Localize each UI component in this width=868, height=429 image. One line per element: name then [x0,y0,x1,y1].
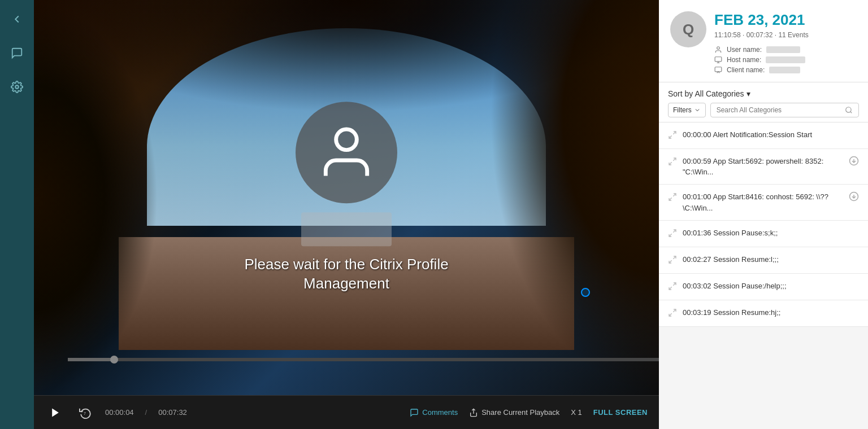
svg-text:7: 7 [84,411,86,415]
event-content-4: 00:02:27 Session Resume:l;;; [683,254,859,265]
client-name-value [769,67,800,73]
event-text-5: 00:03:02 Session Pause:/help;;; [683,282,787,290]
session-date: FEB 23, 2021 [714,11,857,29]
event-icon-5 [668,282,677,293]
total-time-display: 00:07:32 [158,408,187,417]
event-text-4: 00:02:27 Session Resume:l;;; [683,255,779,264]
settings-button[interactable] [7,77,27,97]
event-content-3: 00:01:36 Session Pause:s;k;; [683,227,859,238]
filters-button[interactable]: Filters [668,103,706,117]
event-item-4[interactable]: 00:02:27 Session Resume:l;;; [659,247,868,274]
filters-chevron-icon [694,107,701,113]
comment-button[interactable] [7,43,27,63]
svg-point-10 [846,107,851,112]
comments-label: Comments [422,408,458,417]
event-icon-6 [668,308,677,319]
filters-label: Filters [673,106,692,114]
host-icon [714,56,722,64]
svg-line-11 [850,112,852,113]
session-meta: 11:10:58 · 00:07:32 · 11 Events [714,31,857,39]
event-icon-2 [668,192,677,204]
share-button[interactable]: Share Current Playback [469,408,559,417]
sort-bar: Sort by All Categories ▾ Filters [659,82,868,122]
time-display: 00:00:04 [105,408,134,417]
progress-fill [68,358,115,361]
session-avatar: Q [670,11,706,47]
user-name-value [766,46,800,53]
svg-line-24 [673,256,676,259]
rewind-button[interactable]: 7 [77,404,94,421]
svg-line-14 [673,158,676,161]
user-icon [714,46,722,54]
video-area[interactable]: Please wait for the Citrix Profile Manag… [34,0,659,395]
event-item-2[interactable]: 00:01:00 App Start:8416: conhost: 5692: … [659,185,868,220]
svg-line-18 [673,194,676,196]
svg-marker-2 [52,408,59,417]
event-content-0: 00:00:00 Alert Notification:Session Star… [683,129,859,140]
svg-line-15 [669,162,672,165]
client-icon [714,66,722,74]
sort-dropdown[interactable]: Sort by All Categories ▾ [668,89,859,98]
video-controls: 7 00:00:04 / 00:07:32 Comments Share Cur… [34,395,659,429]
sort-chevron-icon: ▾ [747,89,750,98]
event-item-3[interactable]: 00:01:36 Session Pause:s;k;; [659,221,868,247]
event-text-1: 00:00:59 App Start:5692: powershell: 835… [683,157,823,176]
event-item[interactable]: 00:00:00 Alert Notification:Session Star… [659,122,868,149]
login-input-placeholder [301,212,392,246]
event-content-6: 00:03:19 Session Resume:hj;; [683,307,859,318]
comments-button[interactable]: Comments [410,408,458,417]
event-expand-2[interactable] [849,191,859,204]
event-text-2: 00:01:00 App Start:8416: conhost: 5692: … [683,192,828,212]
login-overlay: Please wait for the Citrix Profile Manag… [233,102,459,294]
svg-point-5 [717,47,720,50]
event-icon-3 [668,229,677,240]
play-button[interactable] [45,402,66,423]
speed-display: X 1 [571,408,582,417]
svg-line-28 [673,309,676,312]
video-background: Please wait for the Citrix Profile Manag… [34,0,659,395]
login-message: Please wait for the Citrix Profile Manag… [233,255,459,294]
svg-line-12 [673,132,676,134]
svg-line-19 [669,198,672,201]
sort-label-text: Sort by All Categories [668,89,744,98]
search-input[interactable] [717,106,845,114]
session-header: Q FEB 23, 2021 11:10:58 · 00:07:32 · 11 … [659,0,868,82]
event-expand-1[interactable] [849,156,859,168]
right-panel: Q FEB 23, 2021 11:10:58 · 00:07:32 · 11 … [659,0,868,429]
search-icon [845,106,853,114]
svg-point-0 [15,85,19,89]
event-text-3: 00:01:36 Session Pause:s;k;; [683,229,778,237]
event-icon-1 [668,157,677,168]
search-box[interactable] [710,103,859,117]
back-button[interactable] [7,9,27,29]
svg-rect-6 [715,57,722,62]
client-name-label: Client name: [727,66,765,74]
event-icon-4 [668,255,677,266]
svg-line-26 [673,283,676,286]
event-text-0: 00:00:00 Alert Notification:Session Star… [683,130,812,139]
svg-line-22 [673,230,676,233]
progress-thumb [110,356,118,364]
event-item-1[interactable]: 00:00:59 App Start:5692: powershell: 835… [659,149,868,185]
event-item-6[interactable]: 00:03:19 Session Resume:hj;; [659,300,868,327]
event-text-6: 00:03:19 Session Resume:hj;; [683,308,780,317]
user-name-label: User name: [727,46,762,54]
share-label: Share Current Playback [481,408,559,417]
host-name-value [766,56,805,63]
event-content-5: 00:03:02 Session Pause:/help;;; [683,281,859,291]
video-progress-bar[interactable] [68,358,659,361]
host-name-label: Host name: [727,56,761,64]
svg-line-25 [669,260,672,263]
event-icon-0 [668,130,677,142]
event-content-1: 00:00:59 App Start:5692: powershell: 835… [683,156,843,177]
main-content: Please wait for the Citrix Profile Manag… [34,0,659,429]
svg-rect-9 [715,67,722,72]
cursor-indicator [581,288,590,297]
event-item-5[interactable]: 00:03:02 Session Pause:/help;;; [659,274,868,300]
sidebar [0,0,34,429]
events-list: 00:00:00 Alert Notification:Session Star… [659,122,868,429]
fullscreen-button[interactable]: FULL SCREEN [593,408,648,417]
svg-line-23 [669,234,672,237]
event-content-2: 00:01:00 App Start:8416: conhost: 5692: … [683,191,843,213]
user-avatar-circle [296,102,397,203]
